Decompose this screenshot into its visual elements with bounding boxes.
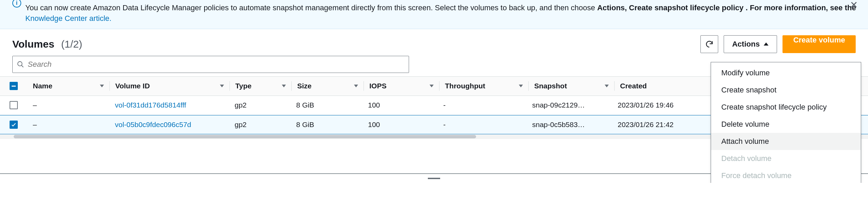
col-iops[interactable]: IOPS (369, 82, 386, 90)
cell-iops: 100 (363, 121, 438, 129)
actions-menu-item[interactable]: Delete volume (711, 116, 861, 133)
sort-caret-icon (282, 85, 286, 87)
col-type[interactable]: Type (235, 82, 251, 90)
row-checkbox[interactable] (10, 121, 18, 129)
info-banner: i You can now create Amazon Data Lifecyc… (0, 0, 868, 29)
sort-caret-icon (430, 85, 434, 87)
cell-created: 2023/01/26 21:42 (612, 121, 701, 129)
sort-caret-icon (100, 85, 104, 87)
cell-snapshot: snap-0c5b583… (527, 121, 612, 129)
banner-text-line1: You can now create Amazon Data Lifecycle… (25, 3, 597, 12)
page-title: Volumes (12, 38, 54, 50)
grip-icon (428, 178, 440, 179)
col-created[interactable]: Created (620, 82, 647, 90)
actions-menu-item[interactable]: Create snapshot (711, 82, 861, 99)
search-icon (17, 61, 24, 68)
cell-name: – (27, 101, 109, 109)
search-box[interactable] (12, 56, 409, 73)
actions-menu-item[interactable]: Modify volume (711, 64, 861, 82)
volume-id-link[interactable]: vol-05b0c9fdec096c57d (115, 121, 191, 129)
create-volume-button[interactable]: Create volume (782, 35, 856, 53)
cell-throughput: - (438, 101, 527, 109)
cell-name: – (27, 121, 109, 129)
actions-label: Actions (732, 40, 760, 49)
actions-menu-item[interactable]: Attach volume (711, 133, 861, 150)
svg-line-1 (22, 65, 24, 67)
banner-close-icon[interactable]: ✕ (850, 0, 858, 11)
actions-button[interactable]: Actions (724, 35, 777, 53)
col-throughput[interactable]: Throughput (445, 82, 485, 90)
col-volume-id[interactable]: Volume ID (115, 82, 150, 90)
caret-up-icon (764, 42, 768, 46)
cell-type: gp2 (229, 101, 291, 109)
volume-id-link[interactable]: vol-0f31dd176d5814fff (115, 101, 186, 109)
banner-bold: Actions, Create snapshot lifecycle polic… (597, 3, 744, 12)
col-snapshot[interactable]: Snapshot (534, 82, 567, 90)
refresh-icon (705, 40, 714, 49)
actions-menu-item: Force detach volume (711, 167, 861, 183)
sort-caret-icon (519, 85, 523, 87)
actions-menu-item: Detach volume (711, 150, 861, 167)
row-checkbox[interactable] (10, 101, 18, 109)
col-name[interactable]: Name (33, 82, 52, 90)
sort-caret-icon (354, 85, 358, 87)
cell-type: gp2 (229, 121, 291, 129)
cell-throughput: - (438, 121, 527, 129)
col-size[interactable]: Size (297, 82, 312, 90)
sort-caret-icon (605, 85, 609, 87)
cell-snapshot: snap-09c2129… (527, 101, 612, 109)
actions-menu: Modify volumeCreate snapshotCreate snaps… (711, 62, 861, 183)
actions-menu-item[interactable]: Create snapshot lifecycle policy (711, 99, 861, 116)
info-icon: i (12, 0, 21, 8)
page-header: Volumes (1/2) Actions Create volume (0, 29, 868, 54)
select-all-checkbox[interactable] (10, 82, 18, 90)
refresh-button[interactable] (700, 35, 718, 53)
cell-iops: 100 (363, 101, 438, 109)
scrollbar-thumb[interactable] (14, 135, 476, 138)
search-input[interactable] (28, 60, 405, 69)
banner-text-line2: . For more information, see the (746, 3, 856, 12)
cell-size: 8 GiB (291, 101, 363, 109)
svg-point-0 (18, 61, 22, 66)
page-count: (1/2) (61, 38, 82, 50)
banner-link[interactable]: Knowledge Center article. (25, 14, 111, 23)
cell-size: 8 GiB (291, 121, 363, 129)
sort-caret-icon (220, 85, 224, 87)
cell-created: 2023/01/26 19:46 (612, 101, 701, 109)
